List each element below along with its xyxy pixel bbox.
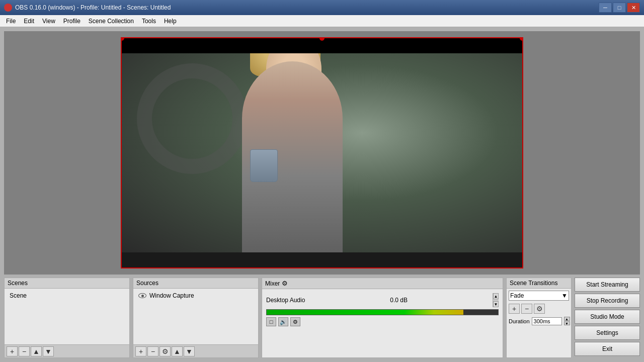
scenes-content: Scene xyxy=(5,289,129,344)
scenes-label: Scenes xyxy=(8,280,28,287)
channel-controls: □ 🔊 ⚙ xyxy=(266,317,499,326)
minimize-button[interactable]: ─ xyxy=(599,3,612,13)
background-wheel xyxy=(137,63,248,174)
scenes-add-button[interactable]: + xyxy=(7,346,18,356)
main-content: PASSENGERS - Official Trailer (HD) ↗ xyxy=(0,27,644,362)
duration-spinner[interactable]: ▲ ▼ xyxy=(564,317,570,325)
volume-bar[interactable] xyxy=(266,309,499,315)
source-name: Window Capture xyxy=(149,292,194,299)
channel-header: Desktop Audio 0.0 dB ▲ ▼ xyxy=(266,293,499,307)
menu-item-edit[interactable]: Edit xyxy=(20,15,38,27)
scenes-up-button[interactable]: ▲ xyxy=(31,346,42,356)
scroll-down-arrow[interactable]: ▼ xyxy=(493,301,499,307)
sources-down-button[interactable]: ▼ xyxy=(184,346,195,356)
transitions-content: Fade ▼ + − ⚙ Duration ▲ ▼ xyxy=(507,289,571,357)
video-controls[interactable]: ▶ ⏭ 🔊 6:13 / 2:42 ⚙ ⊡ ⛶ xyxy=(122,267,522,268)
mixer-settings-icon[interactable]: ⚙ xyxy=(282,280,288,287)
transition-type-value: Fade xyxy=(510,292,524,299)
transition-settings-button[interactable]: ⚙ xyxy=(534,304,545,314)
mixer-scrollbar[interactable]: ▲ ▼ xyxy=(493,293,499,307)
duration-up-arrow[interactable]: ▲ xyxy=(564,317,570,321)
transitions-header: Scene Transitions xyxy=(507,278,571,289)
bottom-panel: Scenes Scene + − ▲ ▼ Sources Window Capt… xyxy=(4,278,640,358)
transitions-panel: Scene Transitions Fade ▼ + − ⚙ Duration … xyxy=(506,278,572,358)
right-buttons: Start Streaming Stop Recording Studio Mo… xyxy=(575,278,640,358)
mixer-channel-desktop: Desktop Audio 0.0 dB ▲ ▼ □ 🔊 xyxy=(264,291,501,328)
transition-remove-button[interactable]: − xyxy=(521,304,532,314)
mixer-panel: Mixer ⚙ Desktop Audio 0.0 dB ▲ ▼ xyxy=(262,278,503,358)
close-button[interactable]: ✕ xyxy=(627,3,640,13)
handle-top-left[interactable] xyxy=(121,37,124,41)
character-mug xyxy=(250,149,278,182)
duration-label: Duration xyxy=(509,318,530,324)
source-item[interactable]: Window Capture xyxy=(135,291,256,301)
channel-db: 0.0 dB xyxy=(390,297,408,304)
menu-item-help[interactable]: Help xyxy=(160,15,181,27)
menu-item-view[interactable]: View xyxy=(38,15,59,27)
start-streaming-button[interactable]: Start Streaming xyxy=(575,278,640,292)
scroll-up-arrow[interactable]: ▲ xyxy=(493,293,499,299)
studio-mode-button[interactable]: Studio Mode xyxy=(575,310,640,324)
video-scene xyxy=(122,53,522,252)
sources-header: Sources xyxy=(133,278,258,289)
channel-name: Desktop Audio xyxy=(266,297,305,304)
duration-row: Duration ▲ ▼ xyxy=(509,317,569,325)
scenes-toolbar: + − ▲ ▼ xyxy=(5,344,129,357)
mute-button[interactable]: □ xyxy=(266,317,276,326)
title-bar: OBS 0.16.0 (windows) - Profile: Untitled… xyxy=(0,0,644,15)
video-content: PASSENGERS - Official Trailer (HD) ↗ xyxy=(122,53,522,268)
menu-item-file[interactable]: File xyxy=(2,15,20,27)
title-text: OBS 0.16.0 (windows) - Profile: Untitled… xyxy=(15,4,171,11)
dropdown-arrow-icon: ▼ xyxy=(561,292,568,299)
menu-item-tools[interactable]: Tools xyxy=(138,15,160,27)
window-icon xyxy=(4,4,12,12)
channel-settings-button[interactable]: ⚙ xyxy=(290,317,300,326)
scenes-remove-button[interactable]: − xyxy=(19,346,30,356)
mixer-content: Desktop Audio 0.0 dB ▲ ▼ □ 🔊 xyxy=(262,289,503,357)
scenes-panel: Scenes Scene + − ▲ ▼ xyxy=(4,278,130,358)
scene-item[interactable]: Scene xyxy=(7,291,127,301)
scenes-header: Scenes xyxy=(5,278,129,289)
transitions-controls: + − ⚙ xyxy=(509,304,569,314)
menu-item-profile[interactable]: Profile xyxy=(59,15,85,27)
maximize-button[interactable]: □ xyxy=(613,3,626,13)
preview-area: PASSENGERS - Official Trailer (HD) ↗ xyxy=(4,31,640,275)
volume-fill xyxy=(267,310,463,315)
sources-label: Sources xyxy=(136,280,158,287)
sources-panel: Sources Window Capture + − ⚙ ▲ ▼ xyxy=(133,278,259,358)
stop-recording-button[interactable]: Stop Recording xyxy=(575,294,640,308)
scenes-down-button[interactable]: ▼ xyxy=(43,346,54,356)
sources-up-button[interactable]: ▲ xyxy=(172,346,183,356)
transition-type-dropdown[interactable]: Fade ▼ xyxy=(509,291,569,301)
preview-frame: PASSENGERS - Official Trailer (HD) ↗ xyxy=(121,37,523,268)
transitions-label: Scene Transitions xyxy=(510,280,557,287)
transition-add-button[interactable]: + xyxy=(509,304,520,314)
mixer-label: Mixer xyxy=(265,280,280,287)
settings-button[interactable]: Settings xyxy=(575,326,640,340)
sources-content: Window Capture xyxy=(133,289,258,344)
duration-input[interactable] xyxy=(532,317,562,325)
sources-toolbar: + − ⚙ ▲ ▼ xyxy=(133,344,258,357)
menu-item-scene-collection[interactable]: Scene Collection xyxy=(85,15,138,27)
handle-top-center[interactable] xyxy=(319,37,325,41)
title-bar-left: OBS 0.16.0 (windows) - Profile: Untitled… xyxy=(4,4,171,12)
title-controls: ─ □ ✕ xyxy=(599,3,640,13)
exit-button[interactable]: Exit xyxy=(575,342,640,356)
menu-bar: FileEditViewProfileScene CollectionTools… xyxy=(0,15,644,27)
visibility-icon[interactable] xyxy=(138,293,146,298)
handle-top-right[interactable] xyxy=(520,37,523,41)
sources-remove-button[interactable]: − xyxy=(147,346,158,356)
duration-down-arrow[interactable]: ▼ xyxy=(564,321,570,325)
speaker-button[interactable]: 🔊 xyxy=(278,317,288,326)
sources-add-button[interactable]: + xyxy=(135,346,146,356)
mixer-header: Mixer ⚙ xyxy=(262,278,503,289)
sources-settings-button[interactable]: ⚙ xyxy=(159,346,171,356)
